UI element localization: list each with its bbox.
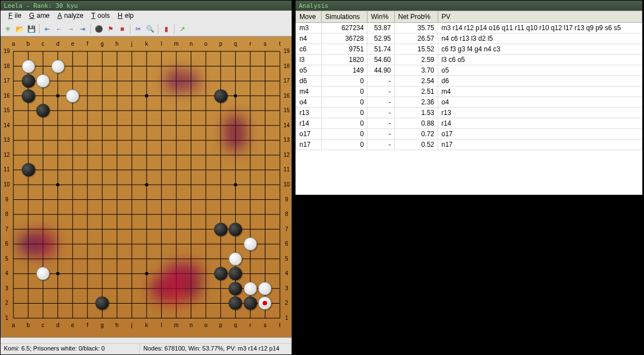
menu-tools[interactable]: Tools (87, 12, 112, 21)
menu-game[interactable]: Game (25, 12, 52, 21)
heat-n3 (181, 279, 201, 298)
stone-s3[interactable] (258, 282, 272, 295)
table-row[interactable]: n43672852.9526.57n4 c6 r13 l3 d2 l5 (296, 33, 642, 44)
heat-b6 (17, 233, 40, 255)
table-row[interactable]: o514944.903.70o5 (296, 65, 642, 76)
prev-icon[interactable]: ← (54, 24, 64, 34)
svg-text:17: 17 (283, 78, 290, 84)
stone-q7[interactable] (229, 223, 242, 236)
stone-p4[interactable] (214, 267, 227, 280)
menu-file[interactable]: File (4, 12, 23, 21)
table-row[interactable]: o170-0.72o17 (296, 129, 642, 140)
analysis-table[interactable]: MoveSimulationsWin%Net Prob%PV m36272345… (296, 11, 642, 150)
svg-text:t: t (279, 41, 281, 47)
computer-icon[interactable]: ⚑ (105, 24, 115, 34)
stone-p16[interactable] (214, 89, 227, 103)
svg-text:s: s (264, 322, 267, 328)
heat-n17 (183, 73, 200, 89)
next-icon[interactable]: → (66, 24, 76, 34)
table-row[interactable]: m362723453.8735.75m3 r14 r12 p14 o16 q11… (296, 23, 642, 33)
table-row[interactable]: o40-2.36o4 (296, 97, 642, 108)
svg-text:g: g (101, 322, 104, 328)
svg-text:5: 5 (5, 256, 8, 262)
stone-c4[interactable] (36, 267, 50, 280)
col-pv[interactable]: PV (438, 11, 642, 23)
svg-text:r: r (249, 41, 251, 47)
stone-q3[interactable] (229, 282, 242, 295)
save-icon[interactable]: 💾 (26, 24, 36, 34)
stone-c15[interactable] (36, 104, 50, 117)
col-win[interactable]: Win% (367, 11, 395, 23)
last-move-marker (263, 301, 267, 305)
col-move[interactable]: Move (296, 11, 322, 23)
stone-b17[interactable] (22, 74, 35, 88)
svg-text:19: 19 (3, 48, 10, 54)
search-icon[interactable]: 🔍 (145, 24, 155, 34)
svg-text:g: g (101, 41, 104, 47)
toolbar: ✳📂💾⇤←→⇥⚫⚑■✂🔍▮↗ (1, 22, 292, 36)
analysis-title: Analysis (296, 1, 642, 11)
menu-analyze[interactable]: Analyze (53, 12, 86, 21)
stop-icon[interactable]: ■ (117, 24, 127, 34)
stone-e16[interactable] (66, 89, 79, 103)
svg-text:b: b (27, 41, 30, 47)
svg-text:16: 16 (3, 93, 10, 99)
svg-text:19: 19 (283, 48, 290, 54)
svg-text:l: l (161, 41, 162, 47)
col-netprob[interactable]: Net Prob% (395, 11, 438, 23)
stone-g2[interactable] (95, 296, 109, 310)
table-row[interactable]: l3182054.602.59l3 c6 o5 (296, 55, 642, 65)
stone-q2[interactable] (229, 296, 242, 310)
svg-text:14: 14 (3, 122, 10, 128)
svg-text:q: q (234, 41, 238, 47)
table-row[interactable]: r140-0.88r14 (296, 118, 642, 129)
svg-text:13: 13 (283, 137, 290, 143)
svg-text:j: j (130, 41, 132, 47)
svg-text:f: f (86, 41, 88, 47)
last-icon[interactable]: ⇥ (78, 24, 88, 34)
stone-p7[interactable] (214, 223, 227, 236)
svg-text:b: b (27, 322, 30, 328)
svg-text:11: 11 (283, 166, 290, 172)
svg-text:j: j (130, 322, 132, 328)
go-board[interactable]: aa1919bb1818cc1717dd1616ee1515ff1414gg13… (1, 36, 292, 338)
main-title: Leela - Rank: 30 kyu (1, 1, 292, 11)
svg-text:10: 10 (283, 181, 290, 188)
stone-b16[interactable] (22, 89, 35, 103)
table-row[interactable]: n170-0.52n17 (296, 140, 642, 150)
col-simulations[interactable]: Simulations (322, 11, 367, 23)
svg-text:t: t (279, 322, 281, 328)
stone-b18[interactable] (22, 60, 35, 73)
export-icon[interactable]: ↗ (177, 24, 187, 34)
table-row[interactable]: m40-2.51m4 (296, 87, 642, 97)
menubar: FileGameAnalyzeToolsHelp (1, 11, 292, 22)
stone-d18[interactable] (51, 60, 65, 73)
new-icon[interactable]: ✳ (3, 24, 13, 34)
svg-text:2: 2 (5, 300, 8, 306)
stone-q5[interactable] (229, 252, 242, 266)
svg-text:13: 13 (3, 137, 10, 143)
svg-text:m: m (174, 41, 178, 47)
svg-text:8: 8 (5, 211, 8, 217)
svg-text:c: c (42, 41, 45, 47)
svg-text:14: 14 (283, 122, 290, 128)
status-prisoners: Komi: 6.5; Prisoners white: 0/black: 0 (1, 344, 140, 354)
stone-r3[interactable] (244, 282, 257, 295)
bookmark-icon[interactable]: ▮ (161, 24, 171, 34)
first-icon[interactable]: ⇤ (42, 24, 52, 34)
stone-r6[interactable] (244, 237, 257, 251)
stone-b11[interactable] (22, 163, 35, 176)
stone-c17[interactable] (36, 74, 50, 88)
svg-text:k: k (146, 41, 149, 47)
stone-r2[interactable] (244, 296, 257, 310)
table-row[interactable]: r130-1.53r13 (296, 108, 642, 118)
play-icon[interactable]: ⚫ (94, 24, 104, 34)
stone-q4[interactable] (229, 267, 242, 280)
svg-text:l: l (161, 322, 162, 328)
table-row[interactable]: d60-2.54d6 (296, 76, 642, 87)
open-icon[interactable]: 📂 (14, 24, 25, 34)
table-row[interactable]: c6975151.7415.52c6 f3 g3 f4 g4 n4 c3 (296, 44, 642, 55)
cut-icon[interactable]: ✂ (133, 24, 143, 34)
menu-help[interactable]: Help (113, 12, 136, 21)
svg-text:c: c (42, 322, 45, 328)
